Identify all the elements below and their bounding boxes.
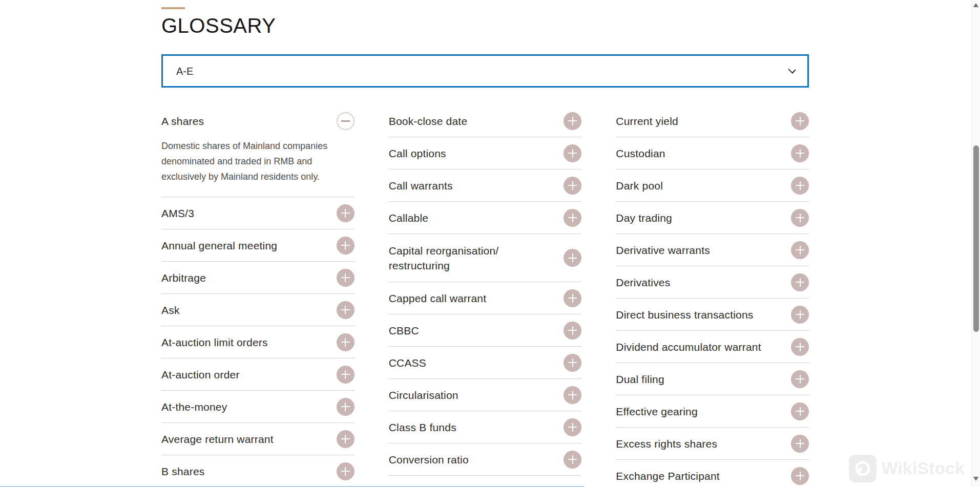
glossary-term-row[interactable]: Capped call warrant — [389, 282, 582, 314]
glossary-term-row[interactable]: Derivative warrants — [616, 234, 809, 266]
term-label: Class B funds — [389, 420, 456, 435]
glossary-term-row[interactable]: Callable — [389, 202, 582, 234]
glossary-term-row[interactable]: Day trading — [616, 202, 809, 234]
expand-plus-icon[interactable] — [337, 301, 355, 319]
scroll-down-icon[interactable] — [973, 477, 978, 481]
glossary-term-row[interactable]: Ask — [161, 294, 355, 326]
glossary-term-row[interactable]: A shares — [161, 105, 355, 137]
expand-plus-icon[interactable] — [564, 322, 581, 340]
glossary-term-row[interactable]: Average return warrant — [161, 423, 355, 455]
glossary-term-row[interactable]: CBBC — [389, 314, 582, 347]
glossary-term-row[interactable]: Arbitrage — [161, 262, 355, 294]
expand-plus-icon[interactable] — [564, 418, 581, 436]
expand-plus-icon[interactable] — [564, 386, 581, 404]
expand-plus-icon[interactable] — [337, 333, 355, 351]
expand-plus-icon[interactable] — [564, 354, 581, 372]
expand-plus-icon[interactable] — [791, 112, 809, 130]
glossary-term-row[interactable]: Annual general meeting — [161, 229, 355, 262]
letter-range-select[interactable]: A-E — [161, 54, 809, 88]
glossary-term-row[interactable]: At-auction order — [161, 358, 355, 391]
term-label: Conversion ratio — [389, 452, 469, 467]
wikistock-label: WikiStock — [882, 459, 965, 478]
expand-plus-icon[interactable] — [337, 430, 355, 448]
scroll-up-icon[interactable] — [973, 3, 978, 7]
collapse-minus-icon[interactable] — [337, 112, 355, 130]
expand-plus-icon[interactable] — [564, 289, 581, 307]
glossary-term-row[interactable]: Capital reorganisation/ restructuring — [389, 234, 582, 282]
glossary-column-2: Book-close date Call options Call warran… — [389, 105, 582, 487]
glossary-term-row[interactable]: B shares — [161, 455, 355, 487]
wikistock-logo-icon — [849, 455, 877, 482]
term-label: Dark pool — [616, 178, 663, 193]
glossary-term-row[interactable]: Book-close date — [389, 105, 582, 137]
expand-plus-icon[interactable] — [337, 366, 355, 384]
glossary-term-row[interactable]: Conversion ratio — [389, 443, 582, 476]
term-label: Custodian — [616, 146, 665, 161]
term-description-block: Domestic shares of Mainland companies de… — [161, 137, 355, 197]
letter-range-select-wrap: A-E — [161, 54, 809, 88]
scrollbar-thumb[interactable] — [973, 145, 979, 332]
expand-plus-icon[interactable] — [791, 338, 809, 356]
expand-plus-icon[interactable] — [564, 112, 581, 130]
term-label: At-the-money — [161, 399, 227, 414]
glossary-term-row[interactable]: Class B funds — [389, 411, 582, 443]
expand-plus-icon[interactable] — [791, 306, 809, 324]
glossary-term-row[interactable]: Direct business transactions — [616, 299, 809, 331]
expand-plus-icon[interactable] — [791, 241, 809, 259]
term-label: Effective gearing — [616, 404, 697, 419]
expand-plus-icon[interactable] — [564, 249, 581, 267]
term-label: CCASS — [389, 355, 426, 370]
glossary-term-row[interactable]: Dividend accumulator warrant — [616, 331, 809, 363]
glossary-term-row[interactable]: Effective gearing — [616, 395, 809, 428]
term-label: Direct business transactions — [616, 307, 753, 322]
glossary-term-row[interactable]: CCASS — [389, 347, 582, 379]
term-label: Dividend accumulator warrant — [616, 340, 761, 354]
term-label: Day trading — [616, 210, 672, 225]
term-description: Domestic shares of Mainland companies de… — [161, 138, 339, 184]
term-label: A shares — [161, 114, 204, 129]
term-label: Circularisation — [389, 388, 458, 403]
term-label: B shares — [161, 464, 204, 479]
term-label: Derivatives — [616, 275, 670, 290]
glossary-term-row[interactable]: Dark pool — [616, 170, 809, 202]
main-content: GLOSSARY A-E A shares Domestic shares of… — [161, 0, 809, 487]
expand-plus-icon[interactable] — [337, 462, 355, 480]
glossary-term-row[interactable]: Dual filing — [616, 363, 809, 395]
expand-plus-icon[interactable] — [791, 273, 809, 291]
term-label: AMS/3 — [161, 206, 194, 221]
glossary-term-row[interactable]: Circularisation — [389, 379, 582, 411]
scrollbar[interactable] — [971, 0, 980, 487]
term-label: Dual filing — [616, 372, 664, 387]
expand-plus-icon[interactable] — [564, 209, 581, 227]
glossary-column-1: A shares Domestic shares of Mainland com… — [161, 105, 355, 487]
glossary-term-row[interactable]: At-auction limit orders — [161, 326, 355, 358]
glossary-term-row[interactable]: AMS/3 — [161, 197, 355, 229]
term-label: CBBC — [389, 323, 419, 338]
expand-plus-icon[interactable] — [791, 209, 809, 227]
glossary-term-row[interactable]: Derivatives — [616, 266, 809, 299]
glossary-term-row[interactable]: Current yield — [616, 105, 809, 137]
expand-plus-icon[interactable] — [564, 451, 581, 469]
expand-plus-icon[interactable] — [791, 144, 809, 162]
glossary-term-row[interactable]: Custodian — [616, 137, 809, 170]
term-label: At-auction limit orders — [161, 335, 268, 350]
glossary-term-row[interactable]: Call warrants — [389, 170, 582, 202]
term-label: Average return warrant — [161, 432, 274, 447]
expand-plus-icon[interactable] — [791, 370, 809, 388]
expand-plus-icon[interactable] — [791, 403, 809, 420]
expand-plus-icon[interactable] — [337, 204, 355, 222]
term-label: Current yield — [616, 114, 678, 129]
glossary-term-row[interactable]: Excess rights shares — [616, 428, 809, 460]
expand-plus-icon[interactable] — [791, 467, 809, 485]
expand-plus-icon[interactable] — [791, 177, 809, 195]
expand-plus-icon[interactable] — [791, 435, 809, 453]
glossary-term-row[interactable]: Exchange Participant — [616, 460, 809, 487]
glossary-term-row[interactable]: Call options — [389, 137, 582, 170]
expand-plus-icon[interactable] — [337, 269, 355, 287]
expand-plus-icon[interactable] — [337, 237, 355, 255]
glossary-term-row[interactable]: At-the-money — [161, 391, 355, 423]
term-label: Arbitrage — [161, 270, 206, 285]
expand-plus-icon[interactable] — [564, 144, 581, 162]
expand-plus-icon[interactable] — [337, 398, 355, 416]
expand-plus-icon[interactable] — [564, 177, 581, 195]
